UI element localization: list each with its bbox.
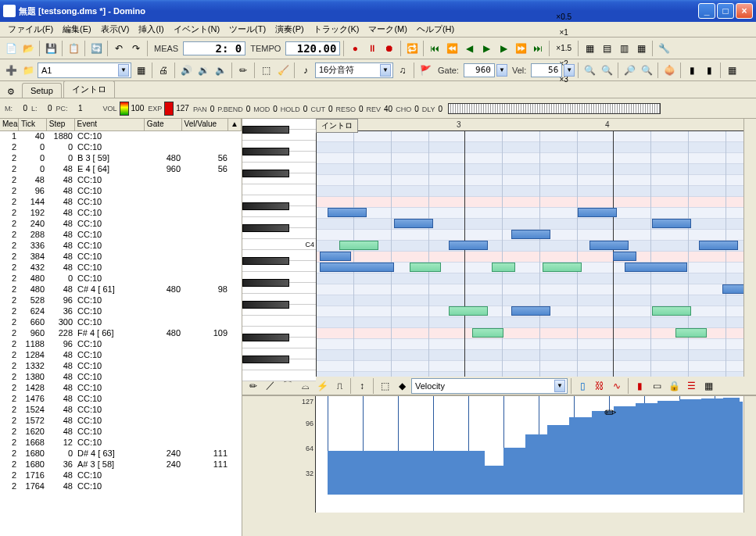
menu-I[interactable]: 挿入(I)	[134, 22, 168, 37]
note[interactable]	[339, 241, 378, 250]
cc-step-button[interactable]: ⎍	[331, 378, 347, 394]
tab-setup[interactable]: Setup	[22, 83, 62, 98]
view3-button[interactable]: ▥	[616, 41, 632, 56]
event-row[interactable]: 2176448CC:10	[0, 481, 242, 492]
bars1-button[interactable]: ▮	[684, 63, 700, 78]
vscrollbar[interactable]	[743, 119, 756, 377]
cc-tool1-button[interactable]: ↕	[354, 378, 370, 394]
event-row[interactable]: 214448CC:10	[0, 197, 242, 208]
cc-graph1-button[interactable]: ▯	[575, 378, 590, 394]
note[interactable]	[722, 284, 743, 294]
note[interactable]	[652, 219, 691, 228]
note[interactable]	[578, 208, 617, 217]
sound2-button[interactable]: 🔉	[195, 63, 211, 78]
timeline-ruler[interactable]: イントロ 3 4	[316, 119, 743, 131]
cc-type-combo[interactable]: Velocity ▼	[411, 378, 568, 394]
cc-erase-button[interactable]: ◆	[394, 378, 410, 394]
next-button[interactable]: ▶	[496, 41, 511, 56]
event-row[interactable]: 2142848CC:10	[0, 383, 242, 394]
refresh-button[interactable]: 🔄	[88, 41, 104, 56]
cc-vscrollbar[interactable]	[743, 396, 756, 513]
view2-button[interactable]: ▤	[599, 41, 614, 56]
event-row[interactable]: 248048C# 4 [ 61]48098	[0, 284, 242, 295]
cc-opt1-button[interactable]: ▮	[632, 378, 647, 394]
zoom-fit-button[interactable]: 🔍	[639, 63, 654, 78]
piano-roll-grid[interactable]: イントロ 3 4	[316, 119, 743, 377]
play-button[interactable]: ▶	[478, 41, 494, 56]
note-length-combo[interactable]: 16分音符 ▼	[315, 63, 393, 78]
onion-button[interactable]: 🧅	[661, 63, 677, 78]
piano-keyboard[interactable]: C4	[242, 119, 316, 377]
event-row[interactable]: 29648CC:10	[0, 186, 242, 197]
event-row[interactable]: 219248CC:10	[0, 208, 242, 219]
undo-button[interactable]: ↶	[111, 41, 127, 56]
gate-spinner[interactable]: ▼	[496, 64, 507, 77]
event-row[interactable]: 2133248CC:10	[0, 361, 242, 372]
zoom-×1[interactable]: ×1	[553, 25, 575, 41]
menu-K[interactable]: トラック(K)	[309, 22, 364, 37]
track-add-button[interactable]: ➕	[3, 63, 19, 78]
menu-P[interactable]: 演奏(P)	[271, 22, 309, 37]
bars2-button[interactable]: ▮	[701, 63, 717, 78]
export-button[interactable]: 📋	[66, 41, 81, 56]
rewind-button[interactable]: ⏪	[444, 41, 460, 56]
event-row[interactable]: 2152448CC:10	[0, 405, 242, 416]
event-row[interactable]: 2162048CC:10	[0, 427, 242, 438]
note[interactable]	[320, 252, 351, 261]
gate-field[interactable]	[464, 63, 495, 77]
zoom-×1.5[interactable]: ×1.5	[553, 41, 575, 56]
prev-button[interactable]: ◀	[461, 41, 477, 56]
pause-record-button[interactable]: ⏸	[364, 41, 380, 56]
view1-button[interactable]: ▦	[582, 41, 597, 56]
event-row[interactable]: 2048E 4 [ 64]96056	[0, 164, 242, 175]
menu-F[interactable]: ファイル(F)	[3, 22, 58, 37]
forward-button[interactable]: ⏩	[513, 41, 528, 56]
event-row[interactable]: 243248CC:10	[0, 263, 242, 273]
event-row[interactable]: 2660300CC:10	[0, 317, 242, 328]
zoom-in-button[interactable]: 🔍	[582, 63, 597, 78]
cc-graph2-button[interactable]: ⛓	[592, 378, 607, 394]
event-row[interactable]: 252896CC:10	[0, 295, 242, 306]
minimize-button[interactable]: _	[698, 3, 715, 19]
event-row[interactable]: 2168036A# 3 [ 58]240111	[0, 459, 242, 470]
col-step[interactable]: Step	[47, 119, 75, 130]
view4-button[interactable]: ▦	[633, 41, 649, 56]
cc-random-button[interactable]: ⚡	[314, 378, 330, 394]
marker-intro[interactable]: イントロ	[316, 119, 358, 133]
col-tick[interactable]: Tick	[19, 119, 47, 130]
zoom-×0.5[interactable]: ×0.5	[553, 9, 575, 25]
vel-spinner[interactable]: ▼	[564, 64, 575, 77]
sound3-button[interactable]: 🔈	[213, 63, 228, 78]
skip-start-button[interactable]: ⏮	[427, 41, 442, 56]
search-button[interactable]: 🔎	[622, 63, 637, 78]
track-opt1-button[interactable]: ▦	[133, 63, 149, 78]
event-list[interactable]: 1401880CC:10200CC:10200B 3 [ 59]48056204…	[0, 131, 242, 536]
col-gate[interactable]: Gate	[145, 119, 182, 130]
cc-wave-button[interactable]: ∿	[609, 378, 625, 394]
event-row[interactable]: 200CC:10	[0, 142, 242, 153]
event-row[interactable]: 238448CC:10	[0, 252, 242, 263]
note[interactable]	[328, 208, 367, 217]
event-row[interactable]: 24800CC:10	[0, 273, 242, 284]
open-file-button[interactable]: 📂	[20, 41, 36, 56]
note-icon[interactable]: ♪	[298, 63, 314, 78]
menu-E[interactable]: 編集(E)	[58, 22, 96, 37]
cc-select-button[interactable]: ⬚	[377, 378, 392, 394]
event-row[interactable]: 200B 3 [ 59]48056	[0, 153, 242, 164]
note[interactable]	[613, 252, 636, 261]
tempo-field[interactable]: 120.00	[285, 41, 340, 55]
tab-intro[interactable]: イントロ	[63, 80, 115, 98]
event-row[interactable]: 24848CC:10	[0, 175, 242, 186]
save-button[interactable]: 💾	[43, 41, 59, 56]
menu-M[interactable]: マーク(M)	[364, 22, 412, 37]
col-event[interactable]: Event	[75, 119, 145, 130]
cc-bars-button[interactable]: ☰	[683, 378, 699, 394]
note[interactable]	[472, 328, 503, 338]
note[interactable]	[511, 306, 550, 316]
track-icon[interactable]: 📁	[20, 63, 36, 78]
loop-button[interactable]: 🔁	[404, 41, 420, 56]
skip-end-button[interactable]: ⏭	[530, 41, 546, 56]
meas-field[interactable]: 2: 0	[183, 41, 245, 55]
note[interactable]	[492, 263, 515, 272]
tab-config-icon[interactable]: ⚙	[3, 85, 19, 98]
